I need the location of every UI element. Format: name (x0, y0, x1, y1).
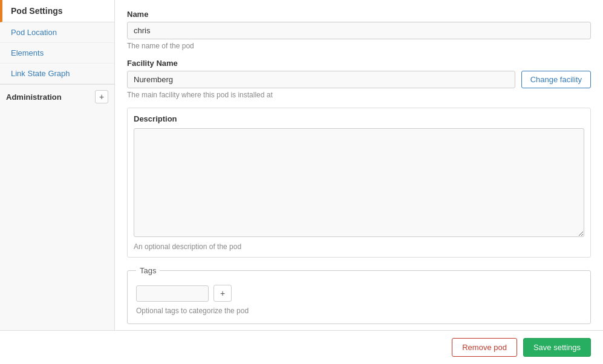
administration-add-button[interactable]: + (95, 90, 108, 103)
sidebar-item-pod-location[interactable]: Pod Location (0, 22, 114, 43)
pod-settings-header: Pod Settings (0, 0, 114, 22)
name-group: Name The name of the pod (127, 10, 591, 50)
description-hint: An optional description of the pod (134, 242, 584, 251)
page-wrapper: Pod Settings Pod Location Elements Link … (0, 0, 603, 364)
facility-row: Change facility (127, 71, 591, 88)
facility-group: Facility Name Change facility The main f… (127, 59, 591, 99)
name-label: Name (127, 10, 591, 19)
tags-hint: Optional tags to categorize the pod (136, 307, 582, 315)
tag-input[interactable] (136, 285, 209, 302)
sidebar: Pod Settings Pod Location Elements Link … (0, 0, 115, 330)
tags-row: + (136, 285, 582, 302)
facility-hint: The main facility where this pod is inst… (127, 91, 591, 99)
facility-label: Facility Name (127, 59, 591, 68)
description-label: Description (134, 114, 584, 123)
sidebar-item-elements[interactable]: Elements (0, 43, 114, 63)
facility-input[interactable] (127, 71, 515, 88)
add-tag-button[interactable]: + (213, 285, 232, 302)
change-facility-button[interactable]: Change facility (521, 71, 591, 88)
content-wrapper: Pod Settings Pod Location Elements Link … (0, 0, 603, 330)
main-content: Name The name of the pod Facility Name C… (115, 0, 603, 330)
tags-fieldset: Tags + Optional tags to categorize the p… (127, 266, 591, 324)
remove-pod-button[interactable]: Remove pod (452, 338, 517, 357)
name-input[interactable] (127, 22, 591, 39)
save-settings-button[interactable]: Save settings (523, 338, 591, 357)
tags-legend: Tags (136, 266, 160, 275)
footer-actions: Remove pod Save settings (0, 330, 603, 364)
administration-label: Administration (6, 93, 62, 102)
description-section: Description An optional description of t… (127, 108, 591, 258)
administration-section[interactable]: Administration + (0, 84, 114, 109)
pod-settings-title: Pod Settings (11, 6, 63, 16)
sidebar-item-link-state-graph[interactable]: Link State Graph (0, 63, 114, 84)
name-hint: The name of the pod (127, 42, 591, 50)
description-textarea[interactable] (134, 128, 584, 237)
